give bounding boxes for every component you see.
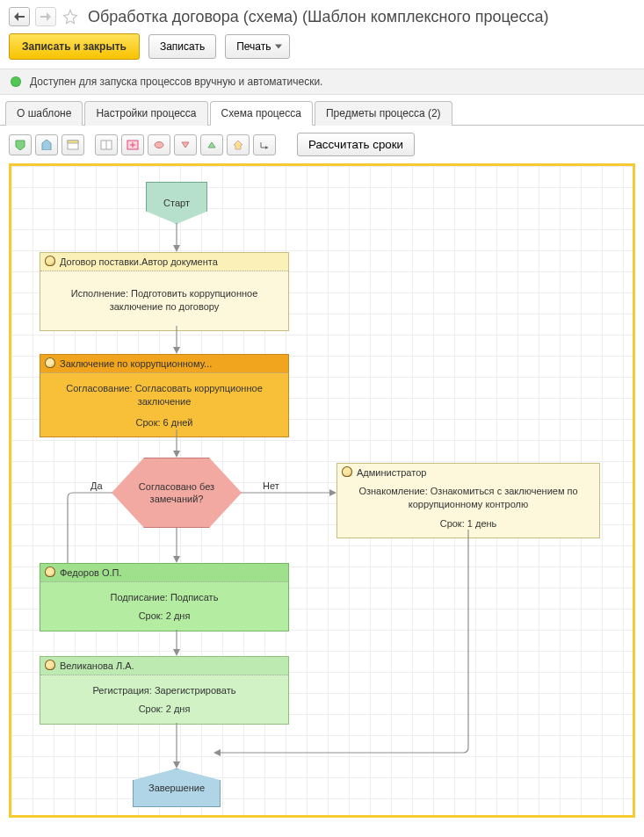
tab-about[interactable]: О шаблоне: [5, 101, 83, 126]
arrow-right-icon: [40, 12, 51, 21]
node-execution[interactable]: Договор поставки.Автор документа Исполне…: [40, 252, 289, 331]
node-start[interactable]: Старт: [146, 182, 207, 224]
node-sign-header: Федоров О.П.: [40, 564, 288, 582]
tool-ellipse-icon[interactable]: [148, 134, 170, 155]
tabbar: О шаблоне Настройки процесса Схема проце…: [0, 95, 644, 126]
status-bar: Доступен для запуска процессов вручную и…: [0, 69, 644, 95]
arrow-left-icon: [14, 12, 25, 21]
node-review-body-line1: Ознакомление: Ознакомиться с заключением…: [343, 485, 594, 512]
tool-task-icon[interactable]: [62, 134, 84, 155]
node-execution-body: Исполнение: Подготовить коррупционное за…: [40, 271, 288, 330]
tab-scheme[interactable]: Схема процесса: [210, 101, 313, 126]
tool-add-icon[interactable]: [121, 134, 144, 155]
tool-down-icon[interactable]: [174, 134, 197, 155]
print-button[interactable]: Печать: [225, 34, 289, 59]
diagram-canvas[interactable]: Старт Договор поставки.Автор документа И…: [9, 163, 635, 818]
diagram-toolbar: Рассчитать сроки: [0, 126, 644, 163]
node-review-body-line2: Срок: 1 день: [343, 517, 594, 530]
node-register-body-line2: Срок: 2 дня: [46, 703, 283, 716]
tool-home-icon[interactable]: [227, 134, 250, 155]
edge-label-yes: Да: [90, 480, 103, 491]
node-sign-body-line2: Срок: 2 дня: [46, 610, 283, 623]
tab-subjects[interactable]: Предметы процесса (2): [315, 101, 452, 126]
node-approval[interactable]: Заключение по коррупционному... Согласов…: [40, 354, 289, 437]
node-register-header: Великанова Л.А.: [40, 657, 288, 675]
tool-end-icon[interactable]: [35, 134, 58, 155]
tool-up-icon[interactable]: [200, 134, 223, 155]
node-approval-body-line1: Согласование: Согласовать коррупционное …: [46, 382, 283, 409]
write-close-button[interactable]: Записать и закрыть: [9, 33, 140, 60]
status-indicator-icon: [11, 76, 21, 87]
tool-connector-icon[interactable]: [253, 134, 276, 155]
node-sign-body: Подписание: Подписать Срок: 2 дня: [40, 582, 288, 631]
header-row: Обработка договора (схема) (Шаблон компл…: [0, 0, 644, 32]
node-approval-body: Согласование: Согласовать коррупционное …: [40, 373, 288, 437]
back-button[interactable]: [9, 7, 30, 26]
status-text: Доступен для запуска процессов вручную и…: [30, 76, 322, 88]
node-decision[interactable]: Согласовано без замечаний?: [112, 458, 242, 528]
node-sign-body-line1: Подписание: Подписать: [46, 591, 283, 604]
node-review-body: Ознакомление: Ознакомиться с заключением…: [337, 481, 599, 538]
node-end-label: Завершение: [148, 783, 205, 793]
node-review-header: Администратор: [337, 464, 599, 481]
node-sign[interactable]: Федоров О.П. Подписание: Подписать Срок:…: [40, 563, 289, 631]
node-register[interactable]: Великанова Л.А. Регистрация: Зарегистрир…: [40, 656, 289, 725]
node-review[interactable]: Администратор Ознакомление: Ознакомиться…: [336, 463, 600, 538]
node-approval-header: Заключение по коррупционному...: [40, 355, 288, 373]
node-register-body: Регистрация: Зарегистрировать Срок: 2 дн…: [40, 675, 288, 724]
node-register-body-line1: Регистрация: Зарегистрировать: [46, 684, 283, 697]
tab-settings[interactable]: Настройки процесса: [84, 101, 207, 126]
svg-rect-1: [68, 141, 78, 143]
node-decision-label: Согласовано без замечаний?: [125, 480, 228, 506]
tool-start-icon[interactable]: [9, 134, 32, 155]
svg-point-7: [155, 141, 163, 148]
node-end[interactable]: Завершение: [133, 768, 221, 807]
calc-deadlines-button[interactable]: Рассчитать сроки: [297, 133, 415, 156]
node-execution-header: Договор поставки.Автор документа: [40, 253, 288, 271]
node-approval-body-line2: Срок: 6 дней: [46, 416, 283, 429]
edge-label-no: Нет: [263, 480, 279, 491]
write-button[interactable]: Записать: [148, 34, 216, 59]
star-icon[interactable]: [62, 9, 79, 25]
page-title: Обработка договора (схема) (Шаблон компл…: [88, 8, 549, 26]
command-bar: Записать и закрыть Записать Печать: [0, 32, 644, 69]
node-start-label: Старт: [163, 198, 190, 208]
forward-button[interactable]: [35, 7, 56, 26]
tool-split-icon[interactable]: [95, 134, 118, 155]
